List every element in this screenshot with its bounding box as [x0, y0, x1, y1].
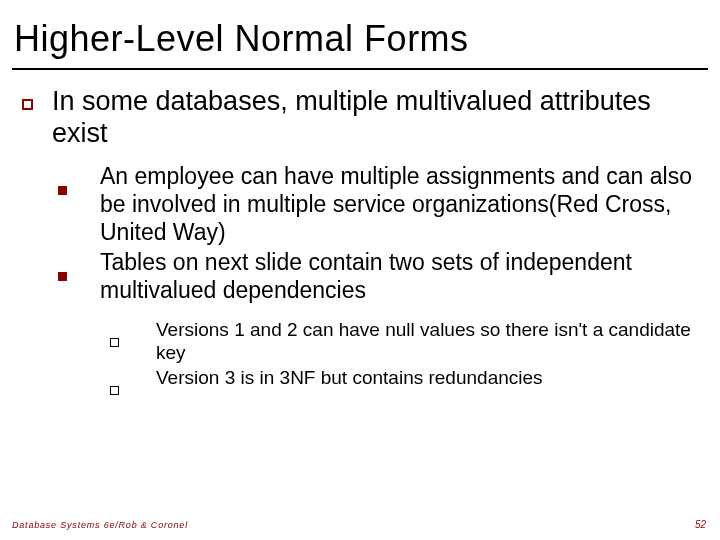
list-item: Tables on next slide contain two sets of… — [52, 248, 698, 403]
page-number: 52 — [695, 519, 706, 530]
bullet-list-level2: An employee can have multiple assignment… — [52, 162, 698, 404]
list-item: Version 3 is in 3NF but contains redunda… — [100, 366, 698, 401]
hollow-square-bullet-icon — [100, 318, 156, 364]
hollow-square-bullet-icon — [100, 366, 156, 401]
lvl1-text: In some databases, multiple multivalued … — [52, 86, 651, 148]
lvl3a-text: Versions 1 and 2 can have null values so… — [156, 318, 698, 364]
footer-source: Database Systems 6e/Rob & Coronel — [12, 520, 188, 530]
lvl3b-text: Version 3 is in 3NF but contains redunda… — [156, 366, 698, 401]
bullet-text: Tables on next slide contain two sets of… — [100, 248, 698, 403]
hollow-square-bullet-icon — [22, 86, 52, 405]
slide-body: In some databases, multiple multivalued … — [0, 80, 720, 405]
list-item: Versions 1 and 2 can have null values so… — [100, 318, 698, 364]
list-item: In some databases, multiple multivalued … — [22, 86, 698, 405]
list-item: An employee can have multiple assignment… — [52, 162, 698, 246]
slide-title: Higher-Level Normal Forms — [0, 0, 720, 66]
lvl2a-text: An employee can have multiple assignment… — [100, 162, 698, 246]
filled-square-bullet-icon — [52, 248, 100, 403]
filled-square-bullet-icon — [52, 162, 100, 246]
bullet-text: In some databases, multiple multivalued … — [52, 86, 698, 405]
bullet-list-level1: In some databases, multiple multivalued … — [22, 86, 698, 405]
bullet-list-level3: Versions 1 and 2 can have null values so… — [100, 318, 698, 401]
slide: Higher-Level Normal Forms In some databa… — [0, 0, 720, 540]
lvl2b-text: Tables on next slide contain two sets of… — [100, 249, 632, 303]
title-underline — [12, 68, 708, 70]
